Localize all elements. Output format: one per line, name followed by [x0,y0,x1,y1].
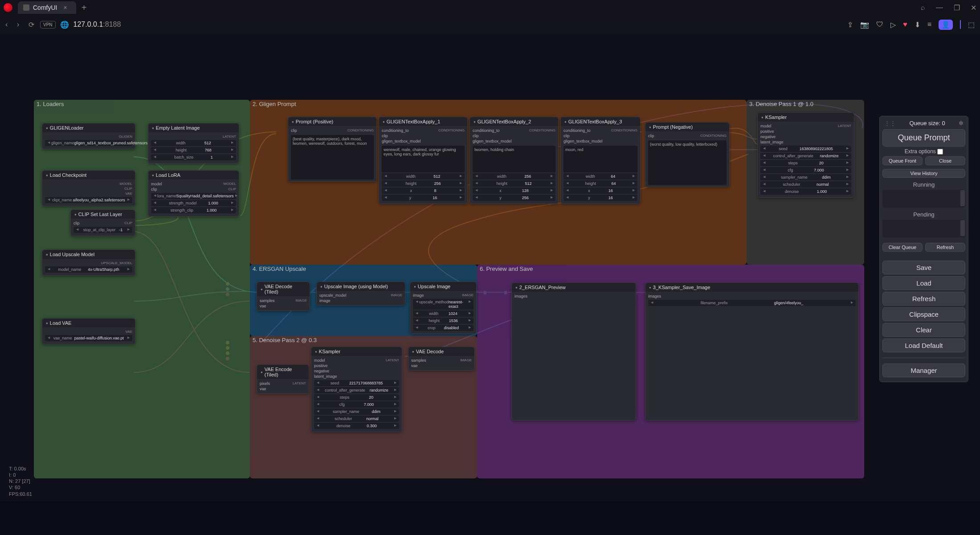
extra-options-toggle[interactable]: Extra options [882,148,965,155]
scrollbar[interactable] [960,220,965,236]
slot-in[interactable]: positive [760,129,774,134]
param-val[interactable]: 1536 [449,319,458,323]
slot-in[interactable]: negative [314,369,329,373]
slot-out[interactable]: CLIP [124,221,132,225]
node-title[interactable]: Load Checkpoint [42,171,135,180]
slot-in[interactable]: clip [564,134,570,138]
param-val[interactable]: 512 [525,181,531,186]
slot-in[interactable]: images [514,294,527,298]
node-title[interactable]: GLIGENTextBoxApply_3 [561,117,640,126]
node-ksampler-1[interactable]: KSampler modelLATENT positive negative l… [757,112,854,198]
slot-out[interactable]: IMAGE [460,358,472,363]
slot-in[interactable]: latent_image [314,374,337,379]
param-val[interactable]: 8 [434,188,436,193]
drag-handle-icon[interactable]: ⋮⋮ [884,120,896,127]
param-val[interactable]: 1.000 [817,189,827,194]
param-val[interactable]: 1 [211,155,213,159]
slot-out[interactable]: CONDITIONING [529,128,555,133]
prompt-text[interactable]: moon, red [564,146,637,172]
slot-out[interactable]: UPSCALE_MODEL [101,261,132,265]
slot-in[interactable]: clip [382,134,388,138]
node-vae-decode-tiled[interactable]: VAE Decode (Tiled) samplesIMAGE vae [257,282,310,311]
param-val[interactable]: 163808902221805 [800,147,833,151]
slot-out[interactable]: LATENT [293,381,306,386]
node-gligen-box-3[interactable]: GLIGENTextBoxApply_3 conditioning_toCOND… [560,117,641,204]
node-title[interactable]: VAE Encode (Tiled) [257,365,309,379]
param-val[interactable]: gligen/4feelyou_ [774,301,804,305]
slot-in[interactable]: image [413,293,424,298]
node-preview-image[interactable]: 2_ERSGAN_Preview images [511,282,636,421]
node-title[interactable]: VAE Decode [408,347,474,356]
param-val[interactable]: 16 [433,196,437,200]
param-val[interactable]: SqualityHadd_detail.safetensors [176,194,234,198]
node-load-vae[interactable]: Load VAE VAE vae_namepastel-waifu-diffus… [42,318,135,344]
slot-out[interactable]: GLIGEN [119,135,132,139]
param-val[interactable]: 1.000 [208,201,218,205]
slot-in[interactable]: vae [411,363,418,368]
slot-in[interactable]: vae [260,304,266,308]
slot-out[interactable]: MODEL [224,182,236,186]
slot-in[interactable]: clip [291,128,297,133]
queue-front-button[interactable]: Queue Front [882,156,923,165]
node-title[interactable]: Upscale Image [410,282,476,291]
gear-icon[interactable]: ✲ [959,120,964,127]
node-empty-latent[interactable]: Empty Latent Image LATENT width512 heigh… [148,123,239,163]
param-val[interactable]: 7.000 [364,402,374,407]
node-load-lora[interactable]: Load LoRA modelMODEL clipCLIP lora_nameS… [148,170,239,216]
param-val[interactable]: 20 [369,395,373,400]
refresh-button[interactable]: Refresh [882,292,965,306]
slot-out[interactable]: CONDITIONING [347,128,374,133]
slot-in[interactable]: vae [260,387,266,391]
slot-in[interactable]: clip [648,134,654,138]
slot-in[interactable]: samples [260,298,275,303]
play-icon[interactable]: ▷ [890,20,896,29]
param-val[interactable]: 512 [204,141,211,145]
param-val[interactable]: ddim [372,409,381,414]
node-title[interactable]: Upscale Image (using Model) [317,282,405,291]
node-load-upscale-model[interactable]: Load Upscale Model UPSCALE_MODEL model_n… [42,249,135,276]
close-panel-button[interactable]: Close [925,156,965,165]
shield-icon[interactable]: 🛡 [876,20,883,29]
node-title[interactable]: KSampler [311,347,402,356]
param-val[interactable]: normal [817,182,829,187]
load-default-button[interactable]: Load Default [882,339,965,352]
slot-in[interactable]: gligen_textbox_model [473,139,512,143]
slot-in[interactable]: conditioning_to [473,128,500,133]
browser-tab[interactable]: ComfyUI × [18,1,76,14]
node-title[interactable]: CLIP Set Last Layer [71,210,135,219]
slot-in[interactable]: samples [411,358,426,363]
slot-out[interactable]: CONDITIONING [700,134,727,138]
param-val[interactable]: aifeelyou_alpha2.safetensors [73,198,125,202]
clear-button[interactable]: Clear [882,323,965,337]
slot-in[interactable]: positive [314,363,328,368]
param-val[interactable]: randomize [370,388,388,392]
node-title[interactable]: Load LoRA [148,171,239,180]
slot-in[interactable]: gligen_textbox_model [564,139,603,143]
camera-icon[interactable]: 📷 [860,20,869,29]
save-button[interactable]: Save [882,261,965,274]
node-title[interactable]: KSampler [758,113,854,122]
slot-in[interactable]: clip [74,221,80,225]
node-prompt-negative[interactable]: Prompt (Negative) clipCONDITIONING (wors… [645,122,730,187]
close-window-icon[interactable]: ✕ [971,4,976,12]
node-title[interactable]: GLIGENTextBoxApply_2 [470,117,558,126]
param-val[interactable]: 7.000 [814,168,824,172]
param-val[interactable]: 256 [524,174,531,179]
slot-out[interactable]: CONDITIONING [611,128,637,133]
new-tab-button[interactable]: + [82,3,87,13]
param-val[interactable]: 768 [205,148,212,152]
node-title[interactable]: 2_ERSGAN_Preview [512,283,636,292]
node-upscale-image[interactable]: Upscale Image imageIMAGE upscale_methodn… [410,282,477,334]
param-val[interactable]: 16 [608,188,613,193]
slot-in[interactable]: model [760,124,772,128]
node-vae-encode-tiled[interactable]: VAE Encode (Tiled) pixelsLATENT vae [257,364,309,394]
slot-in[interactable]: image [319,298,331,303]
slot-out[interactable]: CLIP [124,187,132,191]
param-val[interactable]: 512 [433,174,440,179]
node-clip-set-last-layer[interactable]: CLIP Set Last Layer clipCLIP stop_at_cli… [70,209,135,236]
node-vae-decode[interactable]: VAE Decode samplesIMAGE vae [408,347,475,371]
prompt-text[interactable]: lwomen, holding chain [473,146,555,172]
node-ksampler-2[interactable]: KSampler modelLATENT positive negative l… [311,347,402,432]
param-val[interactable]: 0.300 [367,424,377,428]
slot-out[interactable]: CLIP [228,187,236,192]
